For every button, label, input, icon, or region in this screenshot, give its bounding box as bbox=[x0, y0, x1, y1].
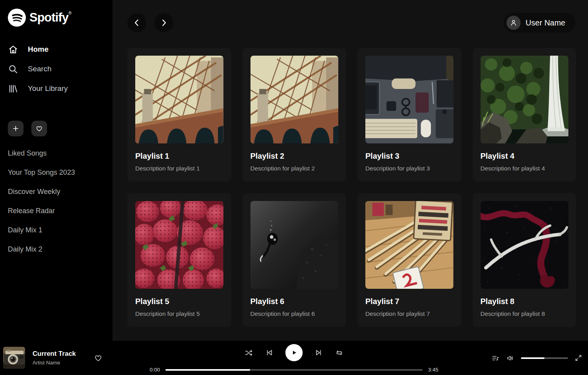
card-title: Playlist 3 bbox=[365, 152, 454, 161]
playlist-card-7[interactable]: Playlist 7 Description for playlist 7 bbox=[358, 193, 461, 327]
queue-icon bbox=[491, 354, 500, 362]
card-title: Playlist 2 bbox=[250, 152, 339, 161]
fullscreen-button[interactable] bbox=[574, 354, 583, 362]
sidebar-item-your-library[interactable]: Your Library bbox=[8, 82, 108, 96]
card-image-industrial-truss bbox=[250, 56, 339, 143]
progress-row: 0:00 3:45 bbox=[145, 367, 443, 373]
next-button[interactable] bbox=[314, 348, 323, 357]
volume-button[interactable] bbox=[506, 354, 515, 362]
sidebar-item-label: Your Library bbox=[28, 84, 68, 93]
like-track-button[interactable] bbox=[94, 353, 103, 362]
sidebar: Spotify® Home bbox=[0, 0, 113, 341]
duration-time: 3:45 bbox=[428, 367, 443, 373]
card-title: Playlist 1 bbox=[135, 152, 223, 161]
track-info: Current Track Artist Name bbox=[33, 350, 76, 366]
volume-slider[interactable] bbox=[521, 357, 568, 359]
playlist-card-3[interactable]: Playlist 3 Description for playlist 3 bbox=[358, 48, 461, 181]
create-playlist-button[interactable] bbox=[8, 121, 24, 136]
search-icon bbox=[8, 64, 18, 74]
spotify-app: Spotify® Home bbox=[0, 0, 588, 375]
card-description: Description for playlist 7 bbox=[365, 310, 454, 317]
playlist-card-1[interactable]: Playlist 1 Description for playlist 1 bbox=[127, 48, 231, 181]
sidebar-playlists: Liked Songs Your Top Songs 2023 Discover… bbox=[8, 150, 108, 253]
sidebar-item-label: Search bbox=[28, 65, 51, 73]
card-description: Description for playlist 3 bbox=[365, 165, 454, 172]
playback-controls bbox=[145, 344, 443, 361]
previous-icon bbox=[265, 348, 274, 357]
back-button[interactable] bbox=[127, 13, 146, 32]
repeat-button[interactable] bbox=[335, 348, 344, 357]
card-image-strawberries bbox=[135, 201, 223, 289]
forward-button[interactable] bbox=[154, 13, 173, 32]
playlist-card-8[interactable]: Playlist 8 Description for playlist 8 bbox=[473, 193, 577, 327]
playlist-link[interactable]: Release Radar bbox=[8, 207, 108, 214]
chevron-left-icon bbox=[132, 18, 142, 27]
volume-icon bbox=[506, 354, 515, 362]
queue-button[interactable] bbox=[491, 354, 500, 362]
progress-bar[interactable] bbox=[165, 369, 423, 371]
track-title: Current Track bbox=[33, 350, 76, 358]
plus-icon bbox=[12, 125, 20, 132]
playlist-grid: Playlist 1 Description for playlist 1 bbox=[127, 48, 576, 327]
library-icon bbox=[8, 83, 18, 94]
shuffle-button[interactable] bbox=[244, 348, 253, 357]
repeat-icon bbox=[335, 348, 344, 357]
heart-icon bbox=[94, 353, 103, 362]
card-description: Description for playlist 1 bbox=[135, 165, 223, 172]
card-title: Playlist 5 bbox=[135, 297, 223, 306]
user-name-label: User Name bbox=[526, 18, 565, 27]
previous-button[interactable] bbox=[265, 348, 274, 357]
playlist-card-5[interactable]: Playlist 5 Description for playlist 5 bbox=[127, 193, 231, 327]
heart-icon bbox=[35, 125, 43, 132]
now-playing: Current Track Artist Name bbox=[3, 347, 103, 369]
home-icon bbox=[8, 44, 18, 55]
playlist-link[interactable]: Liked Songs bbox=[8, 150, 108, 157]
card-description: Description for playlist 8 bbox=[481, 310, 569, 317]
brand-wordmark: Spotify® bbox=[29, 11, 72, 25]
volume-fill bbox=[521, 357, 544, 359]
artist-name: Artist Name bbox=[33, 360, 76, 366]
elapsed-time: 0:00 bbox=[145, 367, 160, 373]
shuffle-icon bbox=[244, 348, 253, 357]
card-title: Playlist 8 bbox=[481, 297, 569, 306]
avatar bbox=[506, 16, 521, 30]
spotify-mark-icon bbox=[8, 9, 26, 27]
player-bar: Current Track Artist Name bbox=[0, 341, 588, 375]
card-image-underwater-diver bbox=[250, 201, 339, 289]
player-right-controls bbox=[491, 341, 583, 375]
card-image-desk-flatlay bbox=[365, 56, 454, 143]
playlist-card-2[interactable]: Playlist 2 Description for playlist 2 bbox=[243, 48, 347, 181]
playlist-link[interactable]: Daily Mix 2 bbox=[8, 246, 108, 253]
card-title: Playlist 4 bbox=[481, 152, 569, 161]
main-content: User Name bbox=[113, 0, 588, 341]
card-title: Playlist 7 bbox=[365, 297, 454, 306]
playlist-link[interactable]: Discover Weekly bbox=[8, 188, 108, 195]
play-button[interactable] bbox=[285, 344, 303, 361]
liked-songs-button[interactable] bbox=[31, 121, 47, 136]
card-description: Description for playlist 5 bbox=[135, 310, 223, 317]
next-icon bbox=[314, 348, 323, 357]
card-image-antler-ribbon bbox=[481, 201, 569, 289]
card-description: Description for playlist 2 bbox=[250, 165, 339, 172]
sidebar-item-home[interactable]: Home bbox=[8, 42, 108, 56]
sidebar-item-label: Home bbox=[28, 45, 49, 54]
spotify-logo[interactable]: Spotify® bbox=[8, 9, 108, 27]
playlist-card-6[interactable]: Playlist 6 Description for playlist 6 bbox=[243, 193, 347, 327]
topbar: User Name bbox=[113, 0, 588, 32]
sidebar-nav: Home Search bbox=[8, 42, 108, 96]
chevron-right-icon bbox=[159, 18, 169, 27]
card-image-industrial-truss bbox=[135, 56, 223, 143]
card-image-forest-waterfall bbox=[481, 56, 569, 143]
user-icon bbox=[509, 18, 518, 27]
playlist-card-4[interactable]: Playlist 4 Description for playlist 4 bbox=[473, 48, 577, 181]
playlist-link[interactable]: Your Top Songs 2023 bbox=[8, 169, 108, 176]
user-menu-button[interactable]: User Name bbox=[504, 13, 575, 33]
card-description: Description for playlist 4 bbox=[481, 165, 569, 172]
playlist-link[interactable]: Daily Mix 1 bbox=[8, 226, 108, 234]
card-title: Playlist 6 bbox=[250, 297, 339, 306]
player-center: 0:00 3:45 bbox=[145, 344, 443, 373]
card-image-wooden-rulers bbox=[365, 201, 454, 289]
sidebar-item-search[interactable]: Search bbox=[8, 62, 108, 76]
album-art-vintage-camera bbox=[3, 347, 25, 369]
card-description: Description for playlist 6 bbox=[250, 310, 339, 317]
